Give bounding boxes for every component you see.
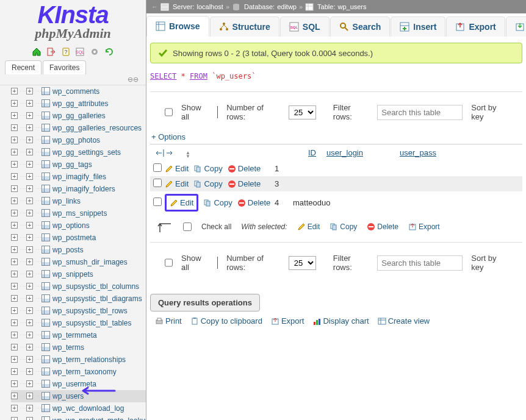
tree-item-wp_options[interactable]: +⋯+⋯wp_options <box>11 219 146 232</box>
row-checkbox[interactable] <box>153 179 162 187</box>
row-delete[interactable]: Delete <box>228 179 261 188</box>
options-link[interactable]: + Options <box>150 132 187 144</box>
row-delete[interactable]: Delete <box>228 164 261 173</box>
bulk-copy[interactable]: Copy <box>330 222 357 231</box>
expand-icon[interactable]: + <box>11 124 18 131</box>
bc-server[interactable]: localhost <box>196 3 223 10</box>
tree-item-wp_smush_dir_images[interactable]: +⋯+⋯wp_smush_dir_images <box>11 256 146 268</box>
expand-icon[interactable]: + <box>26 222 33 229</box>
qro-chart[interactable]: Display chart <box>312 316 369 326</box>
tree-item-wp_imagify_files[interactable]: +⋯+⋯wp_imagify_files <box>11 171 146 183</box>
tree-item-wp_supsystic_tbl_rows[interactable]: +⋯+⋯wp_supsystic_tbl_rows <box>11 305 146 317</box>
tab-export[interactable]: Export <box>446 16 505 37</box>
tab-import[interactable]: Import <box>506 16 526 37</box>
expand-icon[interactable]: + <box>26 124 33 131</box>
tree-item-wp_posts[interactable]: +⋯+⋯wp_posts <box>11 244 146 256</box>
favorites-tab[interactable]: Favorites <box>43 60 86 74</box>
expand-icon[interactable]: + <box>26 161 33 168</box>
expand-icon[interactable]: + <box>11 417 18 420</box>
filter-input[interactable] <box>377 105 463 120</box>
expand-icon[interactable]: + <box>26 405 33 411</box>
tree-item-wp_postmeta[interactable]: +⋯+⋯wp_postmeta <box>11 232 146 244</box>
expand-icon[interactable]: + <box>11 234 18 241</box>
expand-icon[interactable]: + <box>11 405 18 411</box>
row-edit[interactable]: Edit <box>165 164 189 173</box>
tree-item-wp_gg_photos[interactable]: +⋯+⋯wp_gg_photos <box>11 134 146 146</box>
row-copy[interactable]: Copy <box>193 164 222 173</box>
expand-icon[interactable]: + <box>26 112 33 119</box>
tree-item-wp_ms_snippets[interactable]: +⋯+⋯wp_ms_snippets <box>11 207 146 219</box>
expand-icon[interactable]: + <box>11 332 18 338</box>
expand-icon[interactable]: + <box>26 356 33 363</box>
exit-icon[interactable] <box>46 47 56 57</box>
tree-item-wp_term_taxonomy[interactable]: +⋯+⋯wp_term_taxonomy <box>11 366 146 378</box>
expand-icon[interactable]: + <box>26 149 33 155</box>
gear-icon[interactable] <box>90 47 99 57</box>
tree-item-wp_gg_tags[interactable]: +⋯+⋯wp_gg_tags <box>11 158 146 171</box>
row-checkbox[interactable] <box>153 163 162 172</box>
tree-item-wp_supsystic_tbl_columns[interactable]: +⋯+⋯wp_supsystic_tbl_columns <box>11 280 146 293</box>
expand-icon[interactable]: + <box>26 332 33 338</box>
expand-icon[interactable]: + <box>11 185 18 192</box>
tree-item-wp_users[interactable]: +⋯+⋯wp_users <box>11 390 146 402</box>
tree-item-wp_terms[interactable]: +⋯+⋯wp_terms <box>11 341 146 354</box>
tab-structure[interactable]: Structure <box>210 16 279 37</box>
expand-icon[interactable]: + <box>11 319 18 326</box>
qro-view[interactable]: Create view <box>378 316 430 326</box>
expand-icon[interactable]: + <box>11 295 18 302</box>
col-header-pass[interactable]: user_pass <box>400 148 522 157</box>
filter-input-2[interactable] <box>377 255 463 271</box>
expand-icon[interactable]: + <box>11 173 18 180</box>
row-copy[interactable]: Copy <box>203 198 232 207</box>
tree-item-wp_supsystic_tbl_diagrams[interactable]: +⋯+⋯wp_supsystic_tbl_diagrams <box>11 293 146 305</box>
expand-icon[interactable]: + <box>11 258 18 265</box>
sort-icon[interactable]: ▲▼ <box>186 151 190 158</box>
tree-item-wp_gg_settings_sets[interactable]: +⋯+⋯wp_gg_settings_sets <box>11 146 146 158</box>
expand-icon[interactable]: + <box>26 319 33 326</box>
row-edit[interactable]: Edit <box>165 194 198 212</box>
expand-icon[interactable]: + <box>26 210 33 216</box>
expand-icon[interactable]: + <box>11 344 18 351</box>
expand-icon[interactable]: + <box>26 295 33 302</box>
expand-icon[interactable]: + <box>26 417 33 420</box>
collapse-icon[interactable]: ⊖⊖ <box>0 74 146 85</box>
row-edit[interactable]: Edit <box>165 179 189 188</box>
expand-icon[interactable]: + <box>11 198 18 204</box>
expand-icon[interactable]: + <box>11 161 18 168</box>
expand-icon[interactable]: + <box>11 222 18 229</box>
expand-icon[interactable]: + <box>26 344 33 351</box>
expand-icon[interactable]: + <box>11 100 18 107</box>
qro-copy[interactable]: Copy to clipboard <box>190 316 262 326</box>
num-rows-select-2[interactable]: 25 <box>289 256 316 270</box>
move-columns[interactable] <box>150 148 183 158</box>
tree-item-wp_gg_galleries_resources[interactable]: +⋯+⋯wp_gg_galleries_resources <box>11 122 146 134</box>
docs-icon[interactable]: ? <box>61 47 71 57</box>
tree-item-wp_snippets[interactable]: +⋯+⋯wp_snippets <box>11 268 146 280</box>
row-delete[interactable]: Delete <box>237 198 271 207</box>
expand-icon[interactable]: + <box>11 88 18 94</box>
expand-icon[interactable]: + <box>11 246 18 253</box>
expand-icon[interactable]: + <box>26 234 33 241</box>
tab-search[interactable]: Search <box>330 16 391 37</box>
bulk-export[interactable]: Export <box>408 222 440 231</box>
expand-icon[interactable]: + <box>11 210 18 216</box>
bc-db[interactable]: editwp <box>277 3 297 10</box>
tree-item-wp_supsystic_tbl_tables[interactable]: +⋯+⋯wp_supsystic_tbl_tables <box>11 317 146 329</box>
reload-icon[interactable] <box>104 47 114 57</box>
expand-icon[interactable]: + <box>11 271 18 277</box>
tab-browse[interactable]: Browse <box>146 16 209 37</box>
tab-insert[interactable]: Insert <box>391 16 445 37</box>
tree-item-wp_wc_download_log[interactable]: +⋯+⋯wp_wc_download_log <box>11 402 146 415</box>
expand-icon[interactable]: + <box>26 380 33 387</box>
tree-item-wp_wc_product_meta_lookup[interactable]: +⋯+⋯wp_wc_product_meta_lookup <box>11 415 146 420</box>
expand-icon[interactable]: + <box>26 271 33 277</box>
tree-item-wp_usermeta[interactable]: +⋯+⋯wp_usermeta <box>11 378 146 390</box>
tab-sql[interactable]: SQLSQL <box>280 16 330 37</box>
expand-icon[interactable]: + <box>26 100 33 107</box>
check-all-checkbox[interactable] <box>183 222 192 231</box>
row-copy[interactable]: Copy <box>193 179 222 188</box>
expand-icon[interactable]: + <box>11 137 18 143</box>
expand-icon[interactable]: + <box>26 246 33 253</box>
col-header-id[interactable]: ID <box>308 148 326 157</box>
expand-icon[interactable]: + <box>11 307 18 314</box>
